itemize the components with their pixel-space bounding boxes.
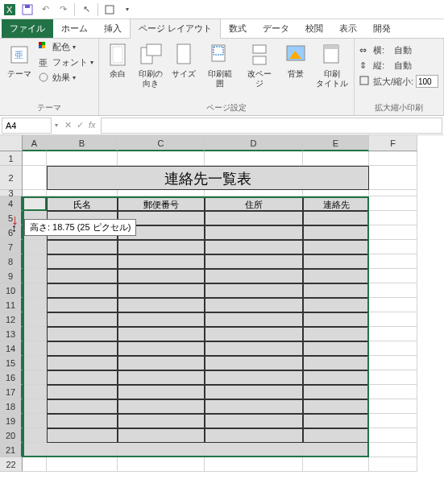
table-cell[interactable]	[303, 269, 369, 283]
table-cell[interactable]	[47, 254, 118, 269]
table-cell[interactable]	[47, 312, 118, 327]
row-header[interactable]: 4	[0, 196, 23, 211]
table-cell[interactable]	[303, 225, 369, 240]
tab-insert[interactable]: 挿入	[96, 19, 130, 38]
cancel-icon[interactable]: ✕	[64, 120, 72, 130]
col-header[interactable]: B	[47, 135, 118, 151]
table-cell[interactable]	[303, 370, 369, 385]
colors-button[interactable]: 配色▾	[37, 40, 95, 54]
table-cell[interactable]	[303, 283, 369, 298]
table-cell[interactable]	[118, 428, 205, 443]
col-header[interactable]: D	[205, 135, 303, 151]
col-header[interactable]: A	[23, 135, 47, 151]
table-cell[interactable]	[47, 283, 118, 298]
table-cell[interactable]	[47, 414, 118, 428]
size-button[interactable]: サイズ	[168, 40, 200, 81]
table-cell[interactable]	[47, 269, 118, 283]
table-cell[interactable]	[303, 341, 369, 356]
breaks-button[interactable]: 改ページ	[241, 40, 279, 90]
table-cell[interactable]	[47, 428, 118, 443]
row-header[interactable]: 18	[0, 399, 23, 414]
table-cell[interactable]	[205, 428, 303, 443]
themes-button[interactable]: 亜 テーマ	[3, 40, 35, 81]
table-cell[interactable]	[303, 414, 369, 428]
table-cell[interactable]	[118, 269, 205, 283]
row-header[interactable]: 19	[0, 414, 23, 428]
table-cell[interactable]	[118, 356, 205, 370]
table-cell[interactable]	[118, 399, 205, 414]
row-header[interactable]: 11	[0, 298, 23, 312]
fx-icon[interactable]: fx	[89, 120, 96, 130]
table-cell[interactable]	[118, 283, 205, 298]
table-cell[interactable]	[47, 356, 118, 370]
scale-input[interactable]	[416, 75, 438, 88]
table-cell[interactable]	[205, 225, 303, 240]
namebox-dropdown-icon[interactable]: ▾	[53, 122, 60, 129]
row-header[interactable]: 14	[0, 341, 23, 356]
row-header[interactable]: 22	[0, 457, 23, 472]
select-all-corner[interactable]	[0, 135, 23, 151]
table-cell[interactable]	[47, 298, 118, 312]
table-cell[interactable]	[47, 341, 118, 356]
table-cell[interactable]	[205, 240, 303, 254]
tab-formulas[interactable]: 数式	[221, 19, 255, 38]
table-cell[interactable]	[47, 385, 118, 399]
tab-view[interactable]: 表示	[331, 19, 365, 38]
row-header[interactable]: 9	[0, 269, 23, 283]
effects-button[interactable]: 効果▾	[37, 71, 95, 85]
print-preview-icon[interactable]	[103, 3, 116, 16]
row-header[interactable]: 2	[0, 166, 23, 190]
table-cell[interactable]	[47, 327, 118, 341]
row-header[interactable]: 1	[0, 151, 23, 166]
table-cell[interactable]	[47, 240, 118, 254]
row-header[interactable]: 10	[0, 283, 23, 298]
table-cell[interactable]	[205, 298, 303, 312]
enter-icon[interactable]: ✓	[77, 120, 84, 130]
table-cell[interactable]	[47, 370, 118, 385]
row-header[interactable]: 3	[0, 190, 23, 196]
redo-icon[interactable]: ↷	[56, 3, 69, 16]
dropdown-icon[interactable]: ▾	[121, 3, 134, 16]
row-header[interactable]: 13	[0, 327, 23, 341]
margins-button[interactable]: 余白	[102, 40, 134, 81]
table-cell[interactable]	[205, 370, 303, 385]
table-cell[interactable]	[303, 399, 369, 414]
tab-pagelayout[interactable]: ページ レイアウト	[130, 19, 221, 39]
cursor-icon[interactable]: ↖	[80, 3, 93, 16]
table-cell[interactable]	[303, 298, 369, 312]
table-cell[interactable]	[303, 356, 369, 370]
table-cell[interactable]	[118, 298, 205, 312]
row-header[interactable]: 15	[0, 356, 23, 370]
width-row[interactable]: ⇔横: 自動	[358, 43, 440, 57]
table-cell[interactable]	[118, 385, 205, 399]
printtitles-button[interactable]: 印刷 タイトル	[313, 40, 351, 90]
table-cell[interactable]	[47, 399, 118, 414]
table-cell[interactable]	[205, 356, 303, 370]
table-cell[interactable]	[303, 254, 369, 269]
tab-data[interactable]: データ	[255, 19, 297, 38]
table-cell[interactable]	[118, 240, 205, 254]
table-cell[interactable]	[303, 211, 369, 225]
tab-developer[interactable]: 開発	[365, 19, 399, 38]
table-cell[interactable]	[205, 269, 303, 283]
table-cell[interactable]	[205, 385, 303, 399]
height-row[interactable]: ⇕縦: 自動	[358, 59, 440, 72]
orientation-button[interactable]: 印刷の 向き	[135, 40, 167, 90]
tab-review[interactable]: 校閲	[297, 19, 331, 38]
table-cell[interactable]	[303, 312, 369, 327]
table-cell[interactable]	[205, 399, 303, 414]
col-header[interactable]: F	[369, 135, 417, 151]
table-cell[interactable]	[205, 414, 303, 428]
tab-file[interactable]: ファイル	[2, 19, 53, 38]
table-cell[interactable]	[118, 254, 205, 269]
table-cell[interactable]	[118, 370, 205, 385]
table-cell[interactable]	[205, 254, 303, 269]
table-cell[interactable]	[118, 327, 205, 341]
table-cell[interactable]	[205, 312, 303, 327]
formula-bar[interactable]	[101, 118, 442, 134]
table-cell[interactable]	[118, 312, 205, 327]
table-cell[interactable]	[118, 341, 205, 356]
table-cell[interactable]	[205, 283, 303, 298]
fonts-button[interactable]: 亜フォント▾	[37, 56, 95, 69]
name-box[interactable]	[2, 118, 52, 134]
